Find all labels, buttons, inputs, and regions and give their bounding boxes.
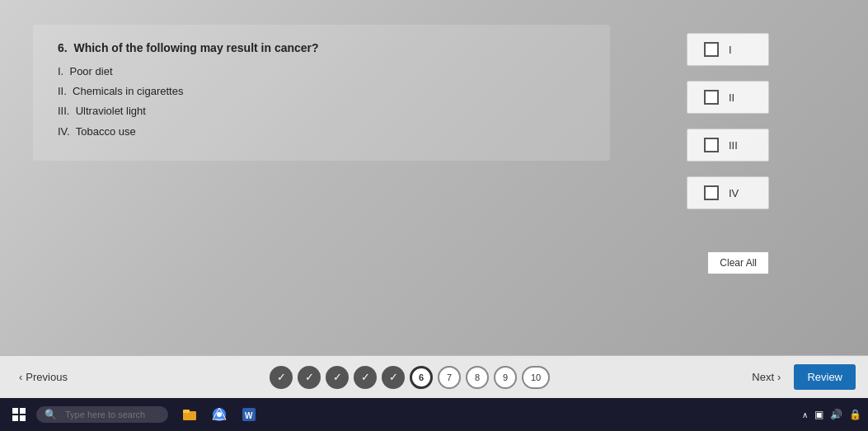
next-label: Next: [752, 371, 774, 383]
search-icon: 🔍: [45, 409, 57, 420]
option-iii-text: Ultraviolet light: [76, 105, 146, 117]
taskbar-app-chrome[interactable]: [206, 401, 232, 428]
clear-all-button[interactable]: Clear All: [707, 251, 769, 274]
nav-num-10[interactable]: 10: [522, 366, 550, 389]
svg-text:W: W: [245, 411, 253, 420]
option-ii-label: II.: [58, 85, 69, 97]
answer-row-ii[interactable]: II: [687, 81, 769, 114]
svg-rect-3: [20, 415, 26, 421]
option-iv-label: IV.: [58, 125, 73, 138]
tray-tablet-icon: ▣: [814, 409, 823, 420]
answer-label-iv: IV: [729, 187, 739, 199]
question-area: 6. Which of the following may result in …: [33, 25, 610, 161]
option-iv: IV. Tobacco use: [58, 124, 585, 139]
previous-label: Previous: [26, 371, 68, 383]
navigation-bar: ‹ Previous 6 7 8 9 10: [0, 355, 868, 398]
answer-label-iii: III: [729, 139, 738, 152]
nav-num-10-label: 10: [531, 372, 541, 382]
nav-num-6-label: 6: [419, 372, 424, 382]
svg-rect-0: [12, 408, 18, 414]
taskbar-apps: W: [176, 401, 262, 428]
tray-volume-icon: 🔊: [830, 409, 842, 420]
chevron-right-icon: ›: [777, 371, 781, 383]
review-button[interactable]: Review: [794, 364, 856, 390]
option-i-text: Poor diet: [69, 65, 112, 77]
nav-num-6[interactable]: 6: [410, 366, 433, 389]
taskbar-search-box[interactable]: 🔍: [36, 406, 168, 423]
option-i: I. Poor diet: [58, 64, 585, 79]
checkbox-iii[interactable]: [704, 138, 719, 152]
tray-network-icon: 🔒: [849, 409, 861, 420]
checkbox-iv[interactable]: [704, 185, 719, 200]
nav-num-7-label: 7: [447, 372, 452, 382]
question-number: 6. Which of the following may result in …: [58, 41, 585, 54]
option-ii: II. Chemicals in cigarettes: [58, 84, 585, 99]
option-i-label: I.: [58, 65, 67, 77]
nav-num-8-label: 8: [475, 372, 480, 382]
svg-rect-5: [183, 410, 190, 413]
nav-num-9-label: 9: [503, 372, 508, 382]
answers-panel: I II III IV: [687, 33, 769, 209]
taskbar-tray: ∧ ▣ 🔊 🔒: [802, 409, 861, 420]
taskbar-search-input[interactable]: [65, 410, 164, 419]
checkbox-ii[interactable]: [704, 90, 719, 105]
answer-row-iv[interactable]: IV: [687, 176, 769, 209]
taskbar-app-word[interactable]: W: [236, 401, 262, 428]
nav-num-7[interactable]: 7: [438, 366, 461, 389]
previous-button[interactable]: ‹ Previous: [12, 368, 74, 386]
nav-num-5[interactable]: [382, 366, 405, 389]
question-text: Which of the following may result in can…: [73, 41, 318, 54]
checkbox-i[interactable]: [704, 42, 719, 57]
taskbar: 🔍 W ∧ ▣ 🔊 🔒: [0, 398, 868, 431]
options-list: I. Poor diet II. Chemicals in cigarettes…: [58, 64, 585, 139]
nav-num-1[interactable]: [270, 366, 293, 389]
nav-num-9[interactable]: 9: [494, 366, 517, 389]
svg-point-7: [217, 412, 222, 417]
option-ii-text: Chemicals in cigarettes: [73, 85, 183, 97]
option-iii: III. Ultraviolet light: [58, 104, 585, 119]
answer-label-i: I: [729, 44, 732, 56]
svg-rect-2: [12, 415, 18, 421]
question-num-text: 6.: [58, 41, 68, 54]
answer-row-iii[interactable]: III: [687, 129, 769, 162]
nav-numbers: 6 7 8 9 10: [81, 366, 739, 389]
tray-caret-icon: ∧: [802, 410, 808, 419]
option-iv-text: Tobacco use: [76, 125, 136, 138]
nav-num-2[interactable]: [298, 366, 321, 389]
next-button[interactable]: Next ›: [745, 368, 787, 386]
nav-num-4[interactable]: [354, 366, 377, 389]
nav-num-8[interactable]: 8: [466, 366, 489, 389]
svg-rect-1: [20, 408, 26, 414]
answer-label-ii: II: [729, 91, 734, 104]
start-button[interactable]: [7, 402, 31, 427]
taskbar-app-explorer[interactable]: [176, 401, 203, 428]
answer-row-i[interactable]: I: [687, 33, 769, 66]
chevron-left-icon: ‹: [19, 371, 22, 383]
quiz-container: 6. Which of the following may result in …: [0, 0, 868, 382]
nav-num-3[interactable]: [326, 366, 349, 389]
option-iii-label: III.: [58, 105, 73, 117]
